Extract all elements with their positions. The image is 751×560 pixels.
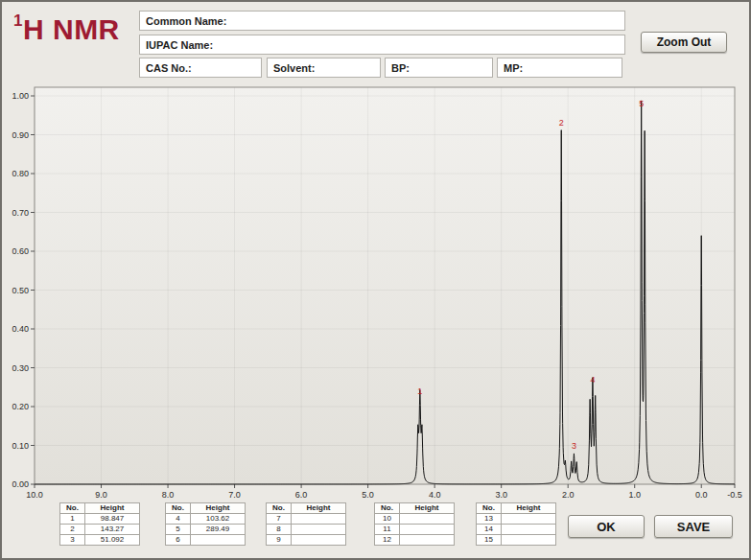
peak-height-cell: 98.847 [85,514,140,525]
x-axis-tick-label: 8.0 [162,490,175,500]
x-axis-tick-label: 5.0 [362,490,374,500]
peak-height-cell [191,535,246,546]
peak-number-cell: 7 [267,514,292,525]
y-axis-tick-label: 0.80 [12,169,29,178]
y-axis-tick-label: 0.00 [12,479,29,489]
table-header-row: No.Height [267,503,346,514]
peak-number-cell: 2 [60,525,85,535]
solvent-field: Solvent: [267,58,381,78]
y-axis-tick-label: 0.20 [12,402,29,411]
x-axis-tick-label: 1.0 [628,490,641,500]
no-column-header: No. [375,503,400,514]
table-row: 14 [477,525,556,535]
y-axis-tick-label: 0.50 [12,286,29,295]
peak-height-cell [400,535,455,546]
nmr-viewer-window: 1H NMR Common Name: IUPAC Name: CAS No.:… [0,0,751,560]
peak-number-cell: 12 [375,535,400,546]
peak-label: 4 [590,375,595,385]
table-row: 198.847 [60,514,140,525]
peak-height-cell: 289.49 [191,525,246,535]
melting-point-label: MP: [504,62,523,74]
table-row: 13 [477,514,556,525]
table-header-row: No.Height [60,503,140,514]
ok-button[interactable]: OK [568,515,645,538]
height-column-header: Height [191,503,246,514]
peak-table-2: No.Height4103.625289.496 [165,502,246,546]
cas-number-input[interactable] [196,58,257,77]
table-row: 6 [166,535,246,546]
table-row: 2143.27 [60,525,140,535]
peak-table-4: No.Height101112 [374,502,455,546]
peak-table-3: No.Height789 [266,502,346,546]
peak-number-cell: 8 [267,525,292,535]
x-axis-tick-label: 4.0 [429,490,441,500]
peak-number-cell: 14 [477,525,502,535]
peak-height-cell: 103.62 [191,514,246,525]
peak-label: 2 [559,118,564,128]
table-row: 4103.62 [166,514,246,525]
peak-table-1: No.Height198.8472143.27351.092 [59,502,140,546]
y-axis-tick-label: 0.90 [12,130,29,140]
no-column-header: No. [166,503,191,514]
peak-label: 1 [417,386,422,396]
save-button[interactable]: SAVE [654,515,733,538]
peak-label: 3 [572,441,576,451]
table-row: 351.092 [60,535,140,546]
title-superscript: 1 [13,12,23,30]
y-axis-tick-label: 1.00 [12,91,29,101]
table-header-row: No.Height [166,503,246,514]
height-column-header: Height [400,503,455,514]
boiling-point-label: BP: [391,62,410,74]
peak-height-cell [292,525,346,535]
spectrum-svg: 0.000.100.200.300.400.500.600.700.800.90… [3,85,750,503]
y-axis-tick-label: 0.70 [12,208,29,218]
x-axis-tick-label: 0.0 [695,490,708,500]
spectrum-chart: 0.000.100.200.300.400.500.600.700.800.90… [3,85,750,503]
peak-number-cell: 11 [375,525,400,535]
y-axis-tick-label: 0.40 [12,324,29,334]
peak-number-cell: 3 [60,535,85,546]
x-axis-tick-label: 2.0 [562,490,575,500]
peak-number-cell: 9 [267,535,292,546]
height-column-header: Height [85,503,140,514]
iupac-name-input[interactable] [217,35,621,54]
table-row: 7 [267,514,346,525]
table-header-row: No.Height [477,503,556,514]
peak-height-cell [400,514,455,525]
boiling-point-input[interactable] [413,58,488,77]
peak-height-cell: 143.27 [85,525,140,535]
y-axis-tick-label: 0.30 [12,363,29,373]
peak-height-cell [502,535,556,546]
no-column-header: No. [60,503,85,514]
y-axis-tick-label: 0.10 [12,441,29,451]
table-row: 11 [375,525,455,535]
zoom-out-button[interactable]: Zoom Out [641,32,727,53]
solvent-label: Solvent: [273,62,315,74]
page-title: 1H NMR [13,13,120,46]
melting-point-field: MP: [497,58,622,78]
table-row: 10 [375,514,455,525]
melting-point-input[interactable] [527,58,618,77]
x-axis-tick-label: 3.0 [495,490,507,500]
iupac-name-label: IUPAC Name: [146,39,213,51]
peak-height-cell [502,514,556,525]
peak-height-cell [292,535,346,546]
no-column-header: No. [267,503,292,514]
common-name-label: Common Name: [146,15,226,27]
plot-area[interactable] [35,87,735,484]
peak-number-cell: 15 [477,535,502,546]
x-axis-tick-label: 10.0 [26,490,43,500]
title-text: H NMR [23,13,120,45]
peak-height-cell [292,514,346,525]
peak-label: 5 [639,99,644,108]
peak-number-cell: 10 [375,514,400,525]
peak-number-cell: 13 [477,514,502,525]
common-name-field: Common Name: [139,11,625,31]
peak-height-cell [502,525,556,535]
peak-number-cell: 4 [166,514,191,525]
x-axis-tick-label: 7.0 [228,490,241,500]
solvent-input[interactable] [318,58,376,77]
common-name-input[interactable] [230,12,621,30]
y-axis-tick-label: 0.60 [12,246,29,256]
no-column-header: No. [477,503,502,514]
